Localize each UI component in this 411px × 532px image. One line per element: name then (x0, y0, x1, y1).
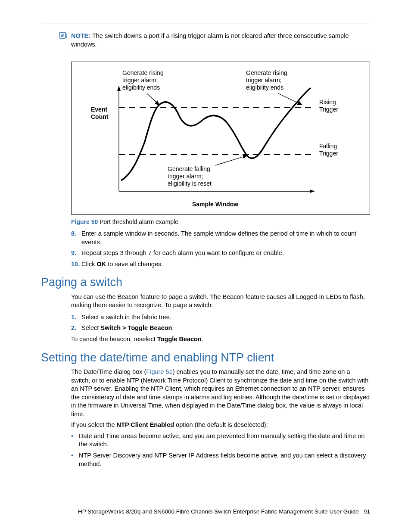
svg-text:eligibility ends: eligibility ends (122, 84, 160, 91)
step-10: 10. Click OK to save all changes. (71, 260, 370, 269)
paging-steps: 1. Select a switch in the fabric tree. 2… (71, 313, 370, 333)
paging-intro: You can use the Beacon feature to page a… (71, 293, 370, 310)
step-8: 8. Enter a sample window in seconds. The… (71, 230, 370, 246)
figure-caption: Figure 50 Port threshold alarm example (71, 218, 370, 226)
paging-step-1: 1. Select a switch in the fabric tree. (71, 313, 370, 322)
svg-text:Generate rising: Generate rising (122, 69, 164, 76)
svg-text:Trigger: Trigger (319, 106, 338, 113)
svg-text:trigger alarm;: trigger alarm; (168, 173, 203, 180)
svg-text:Trigger: Trigger (319, 150, 338, 157)
figure-caption-text: Port threshold alarm example (100, 218, 178, 225)
figure-51-link[interactable]: Figure 51 (146, 368, 172, 375)
svg-text:Generate rising: Generate rising (246, 69, 287, 76)
svg-marker-4 (310, 190, 315, 193)
svg-text:eligibility ends: eligibility ends (246, 84, 283, 91)
page-footer: HP StorageWorks 8/20q and SN6000 Fibre C… (78, 508, 370, 516)
svg-text:eligibility is reset: eligibility is reset (168, 180, 212, 187)
note-bottom-rule (71, 55, 370, 55)
note-callout: NOTE: The switch downs a port if a risin… (71, 32, 370, 49)
ntp-bullet-1: Date and Time areas become active, and y… (71, 432, 370, 449)
step-9: 9. Repeat steps 3 through 7 for each ala… (71, 249, 370, 258)
svg-line-9 (278, 93, 301, 104)
paging-step-2: 2. Select Switch > Toggle Beacon. (71, 324, 370, 333)
ntp-p1: The Date/Time dialog box (Figure 51) ena… (71, 368, 370, 418)
svg-marker-3 (117, 86, 121, 91)
continued-steps: 8. Enter a sample window in seconds. The… (71, 230, 370, 268)
svg-text:trigger alarm;: trigger alarm; (246, 77, 281, 84)
svg-text:Rising: Rising (319, 99, 336, 106)
svg-line-11 (215, 156, 246, 165)
heading-paging-switch: Paging a switch (41, 274, 370, 290)
svg-text:Count: Count (91, 113, 109, 120)
figure-50: Event Count Generate rising trigger alar… (71, 62, 370, 215)
note-icon (59, 32, 67, 41)
paging-outro: To cancel the beacon, reselect Toggle Be… (71, 335, 370, 344)
ntp-bullets: Date and Time areas become active, and y… (71, 432, 370, 468)
svg-text:Falling: Falling (319, 143, 337, 149)
figure-caption-label: Figure 50 (71, 218, 98, 225)
note-label: NOTE: (71, 32, 90, 39)
heading-ntp: Setting the date/time and enabling NTP c… (41, 350, 370, 365)
note-text: The switch downs a port if a rising trig… (71, 32, 349, 48)
svg-text:Event: Event (91, 106, 107, 113)
svg-text:Generate falling: Generate falling (168, 165, 210, 172)
header-rule (41, 24, 370, 24)
ntp-bullet-2: NTP Server Discovery and NTP Server IP A… (71, 451, 370, 468)
page-number: 91 (364, 508, 370, 515)
svg-text:trigger alarm;: trigger alarm; (122, 77, 158, 84)
svg-text:Sample Window: Sample Window (192, 201, 238, 208)
ntp-p2: If you select the NTP Client Enabled opt… (71, 421, 370, 429)
